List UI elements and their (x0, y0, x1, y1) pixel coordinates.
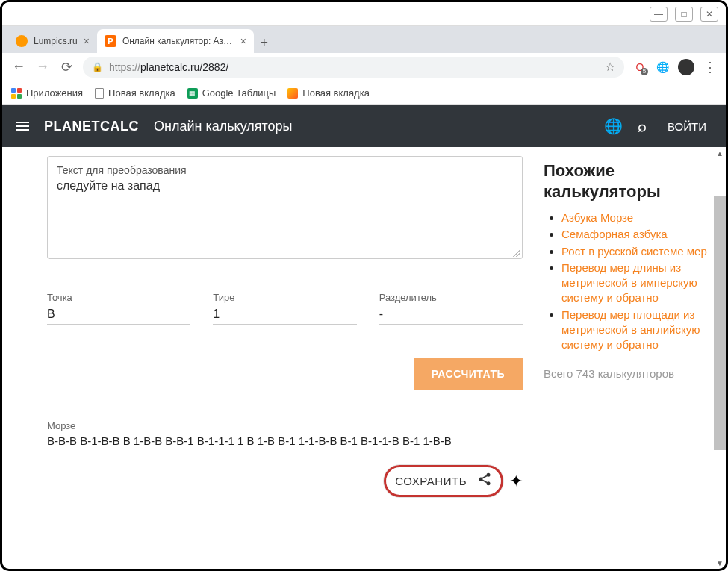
scroll-up-button[interactable]: ▲ (714, 147, 726, 159)
separator-field[interactable]: Разделитель - (379, 292, 523, 325)
extension-globe-icon[interactable]: 🌐 (656, 60, 669, 74)
apps-icon (11, 88, 22, 99)
dot-field[interactable]: Точка B (47, 292, 190, 325)
sidebar-footer: Всего 743 калькуляторов (544, 366, 711, 381)
browser-toolbar: ← → ⟳ 🔒 https://planetcalc.ru/2882/ ☆ O … (2, 53, 726, 81)
field-label: Разделитель (379, 292, 523, 303)
convert-textarea[interactable]: Текст для преобразования следуйте на зап… (47, 156, 523, 259)
reload-button[interactable]: ⟳ (59, 59, 74, 75)
field-label: Точка (47, 292, 190, 303)
back-button[interactable]: ← (11, 59, 26, 75)
tab-close-button[interactable]: × (84, 35, 90, 47)
bookmark-star-icon[interactable]: ☆ (605, 60, 615, 74)
bookmark-label: Приложения (26, 87, 83, 99)
related-link[interactable]: Азбука Морзе (561, 211, 633, 224)
related-link[interactable]: Перевод мер длины из метрической в импер… (561, 261, 697, 305)
puzzle-icon[interactable]: ✦ (509, 472, 523, 491)
sidebar-title: Похожие калькуляторы (544, 160, 711, 202)
window-maximize-button[interactable]: □ (675, 7, 693, 22)
field-label: Тире (213, 292, 356, 303)
scroll-down-button[interactable]: ▼ (714, 557, 726, 569)
share-icon[interactable] (477, 472, 492, 490)
window-titlebar: — □ ✕ (2, 2, 726, 26)
address-bar[interactable]: 🔒 https://planetcalc.ru/2882/ ☆ (83, 57, 624, 78)
extension-opera-icon[interactable]: O (633, 60, 647, 74)
svg-point-1 (479, 478, 483, 481)
tab-title: Онлайн калькулятор: Азбука Mo (122, 36, 234, 46)
svg-point-0 (487, 473, 491, 477)
image-icon (287, 88, 298, 99)
forward-button[interactable]: → (35, 59, 50, 75)
bookmark-new-tab-2[interactable]: Новая вкладка (287, 87, 370, 99)
related-link[interactable]: Рост в русской системе мер (561, 245, 707, 258)
scrollbar-thumb[interactable] (714, 196, 726, 450)
page-icon (95, 88, 104, 99)
lock-icon: 🔒 (92, 62, 103, 72)
site-subtitle: Онлайн калькуляторы (154, 119, 293, 134)
sheets-icon: ▦ (187, 88, 198, 99)
result-value: B-B-B B-1-B-B B 1-B-B B-B-1 B-1-1-1 1 B … (47, 434, 523, 447)
svg-line-3 (482, 475, 487, 478)
tab-close-button[interactable]: × (240, 35, 246, 47)
save-share-highlight: СОХРАНИТЬ (384, 465, 503, 497)
sidebar: Похожие калькуляторы Азбука Морзе Семафо… (541, 147, 726, 569)
bookmark-label: Новая вкладка (302, 87, 370, 99)
browser-menu-button[interactable]: ⋮ (703, 59, 717, 75)
window-minimize-button[interactable]: — (650, 7, 668, 22)
site-header: PLANETCALC Онлайн калькуляторы 🌐 ⌕ ВОЙТИ (2, 105, 726, 147)
window-close-button[interactable]: ✕ (700, 7, 718, 22)
bookmark-new-tab[interactable]: Новая вкладка (95, 87, 175, 99)
svg-point-2 (487, 481, 491, 485)
browser-tab-inactive[interactable]: Lumpics.ru × (8, 29, 97, 53)
site-logo[interactable]: PLANETCALC (44, 119, 139, 134)
field-value: 1 (213, 308, 356, 325)
resize-handle-icon[interactable] (513, 249, 520, 257)
related-list: Азбука Морзе Семафорная азбука Рост в ру… (544, 210, 711, 352)
result-label: Морзе (47, 420, 523, 431)
related-link[interactable]: Перевод мер площади из метрической в анг… (561, 308, 700, 352)
calculate-button[interactable]: РАССЧИТАТЬ (414, 358, 523, 390)
favicon-icon: P (105, 35, 116, 47)
bookmark-sheets[interactable]: ▦ Google Таблицы (187, 87, 276, 99)
bookmark-label: Новая вкладка (108, 87, 175, 99)
svg-line-4 (482, 480, 487, 482)
tab-title: Lumpics.ru (34, 36, 78, 46)
browser-tab-active[interactable]: P Онлайн калькулятор: Азбука Mo × (97, 29, 254, 53)
hamburger-menu-icon[interactable] (16, 122, 29, 131)
apps-bookmark[interactable]: Приложения (11, 87, 83, 99)
search-icon[interactable]: ⌕ (638, 118, 647, 135)
dash-field[interactable]: Тире 1 (213, 292, 356, 325)
save-button[interactable]: СОХРАНИТЬ (395, 475, 467, 487)
profile-avatar[interactable] (678, 59, 694, 75)
field-value: B (47, 308, 190, 325)
url-text: https://planetcalc.ru/2882/ (109, 61, 599, 73)
new-tab-button[interactable]: + (254, 32, 275, 53)
textarea-value: следуйте на запад (57, 179, 513, 193)
bookmark-label: Google Таблицы (202, 87, 276, 99)
favicon-icon (16, 35, 28, 47)
main-content: Текст для преобразования следуйте на зап… (2, 147, 541, 569)
language-icon[interactable]: 🌐 (604, 117, 623, 135)
textarea-label: Текст для преобразования (57, 164, 513, 176)
bookmarks-bar: Приложения Новая вкладка ▦ Google Таблиц… (2, 81, 726, 105)
login-button[interactable]: ВОЙТИ (662, 120, 712, 133)
related-link[interactable]: Семафорная азбука (561, 228, 668, 240)
field-value: - (379, 308, 523, 325)
browser-tabs: Lumpics.ru × P Онлайн калькулятор: Азбук… (2, 26, 726, 53)
result-block: Морзе B-B-B B-1-B-B B 1-B-B B-B-1 B-1-1-… (47, 420, 523, 447)
